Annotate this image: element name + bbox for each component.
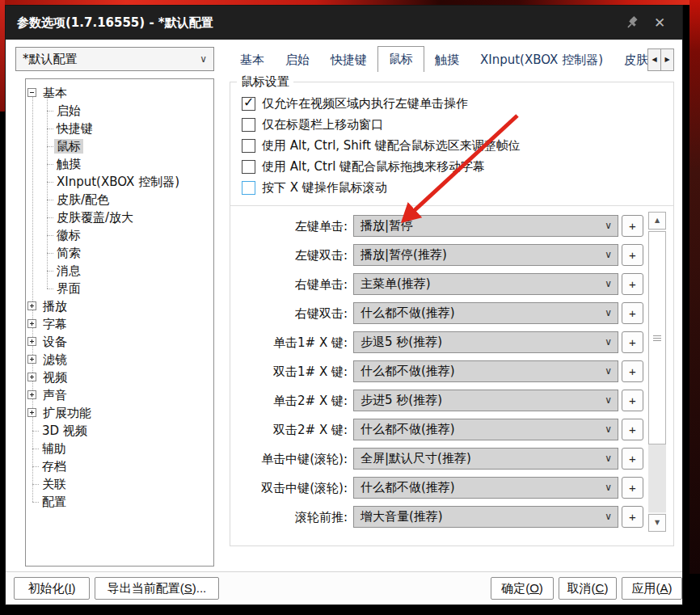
tab[interactable]: 启始 (275, 48, 320, 72)
tree-item[interactable]: 触摸 (26, 155, 213, 173)
tree-item-label: 快捷键 (54, 121, 95, 136)
export-config-button[interactable]: 导出当前配置(S)... (95, 577, 219, 600)
checkbox-row[interactable]: ✓ 仅在标题栏上移动窗口 (230, 114, 673, 135)
tree-item[interactable]: 视频 (26, 369, 213, 386)
scrollbar-track-shaded[interactable] (648, 444, 666, 512)
binding-select[interactable]: 播放|暂停(推荐) ∨ (353, 244, 618, 266)
binding-select[interactable]: 步退5 秒(推荐) ∨ (353, 331, 618, 353)
tab[interactable]: 快捷键 (320, 48, 377, 72)
background-window-red-strip-right (689, 0, 700, 574)
tab[interactable]: 触摸 (424, 48, 470, 72)
tree-item[interactable]: 界面 (26, 280, 213, 297)
tree-item[interactable]: 字幕 (26, 315, 213, 333)
binding-select[interactable]: 什么都不做(推荐) ∨ (353, 477, 618, 499)
tree-item[interactable]: 扩展功能 (26, 404, 213, 422)
ok-button[interactable]: 确定(O) (491, 577, 554, 600)
checkbox[interactable]: ✓ (242, 97, 255, 111)
add-binding-button[interactable]: + (622, 360, 643, 382)
add-binding-button[interactable]: + (622, 448, 643, 470)
add-binding-button[interactable]: + (622, 215, 643, 237)
footer-bar: 初始化(I) 导出当前配置(S)... 确定(O) 取消(C) 应用(A) (6, 571, 682, 604)
initialize-button[interactable]: 初始化(I) (14, 577, 90, 600)
profile-select-value: *默认配置 (23, 48, 78, 70)
mouse-binding-row: 单击2# X 键: 步进5 秒(推荐) ∨ + (230, 386, 673, 415)
tab[interactable]: XInput(XBOX 控制器) (470, 48, 614, 72)
scrollbar-thumb[interactable] (648, 231, 666, 444)
close-icon[interactable]: ✕ (650, 6, 669, 40)
add-binding-button[interactable]: + (622, 390, 643, 411)
tree-item[interactable]: 启始 (26, 102, 213, 120)
binding-select[interactable]: 主菜单(推荐) ∨ (353, 273, 618, 295)
tree-item[interactable]: 快捷键 (26, 120, 213, 137)
add-binding-button[interactable]: + (622, 273, 643, 295)
tree-item[interactable]: 3D 视频 (26, 422, 213, 440)
checkbox[interactable]: ✓ (242, 181, 255, 195)
binding-select[interactable]: 播放|暂停 ∨ (353, 215, 618, 237)
binding-select[interactable]: 步进5 秒(推荐) ∨ (353, 390, 618, 411)
add-binding-button[interactable]: + (622, 331, 643, 353)
tree-item[interactable]: 徽标 (26, 226, 213, 244)
binding-select[interactable]: 什么都不做(推荐) ∨ (353, 360, 618, 382)
binding-label: 左键双击: (230, 241, 348, 270)
add-binding-button[interactable]: + (622, 477, 643, 499)
add-binding-button[interactable]: + (622, 506, 643, 528)
tab-label: 皮肤/配 (624, 53, 647, 67)
tree-item-label: 界面 (54, 281, 83, 296)
binding-label: 单击1# X 键: (230, 328, 348, 357)
tree-item[interactable]: 配置 (26, 493, 213, 511)
tree-item[interactable]: XInput(XBOX 控制器) (26, 173, 213, 191)
tree-item[interactable]: 消息 (26, 262, 213, 280)
tree-item[interactable]: 滤镜 (26, 351, 213, 369)
tree-item[interactable]: 鼠标 (26, 137, 213, 155)
checkbox[interactable]: ✓ (242, 118, 255, 132)
scroll-down-icon[interactable]: ▼ (648, 514, 666, 532)
pin-icon[interactable] (626, 15, 640, 30)
tree-item[interactable]: 存档 (26, 457, 213, 475)
profile-select[interactable]: *默认配置 ∨ (15, 47, 214, 71)
tree-expander-icon[interactable] (27, 319, 36, 328)
checkbox-label: 按下 X 键操作鼠标滚动 (262, 180, 387, 196)
checkbox-row[interactable]: ✓ 按下 X 键操作鼠标滚动 (230, 177, 673, 198)
checkbox[interactable]: ✓ (242, 160, 255, 174)
chevron-down-icon: ∨ (605, 390, 612, 411)
binding-select[interactable]: 什么都不做(推荐) ∨ (353, 302, 618, 324)
tab[interactable]: 皮肤/配 (614, 48, 647, 72)
tree-item[interactable]: 播放 (26, 297, 213, 315)
tree-item[interactable]: 简索 (26, 244, 213, 262)
checkbox-row[interactable]: ✓ 使用 Alt, Ctrl, Shift 键配合鼠标选区来调整帧位 (230, 135, 673, 156)
binding-select[interactable]: 全屏|默认尺寸(推荐) ∨ (353, 448, 618, 470)
add-binding-button[interactable]: + (622, 302, 643, 324)
tree-item[interactable]: 关联 (26, 475, 213, 493)
tree-expander-icon[interactable] (27, 355, 36, 364)
tab-scroll-left-icon[interactable]: ◀ (647, 48, 661, 71)
checkbox-row[interactable]: ✓ 使用 Alt, Ctrl 键配合鼠标拖拽来移动字幕 (230, 156, 673, 177)
tree-item[interactable]: 皮肤覆盖/放大 (26, 209, 213, 226)
add-binding-button[interactable]: + (622, 244, 643, 266)
tree-expander-icon[interactable] (27, 408, 36, 417)
tree-expander-icon[interactable] (27, 337, 36, 346)
tree-items: 基本 启始 快捷键 鼠标 触摸 XInput(XBOX 控制器) 皮肤/配色 皮… (26, 84, 213, 511)
apply-button[interactable]: 应用(A) (622, 577, 682, 600)
tree-item[interactable]: 声音 (26, 386, 213, 404)
chevron-down-icon: ∨ (605, 507, 612, 527)
tree-expander-icon[interactable] (27, 373, 36, 381)
cancel-button[interactable]: 取消(C) (559, 577, 617, 600)
tab-scroll-right-icon[interactable]: ▶ (660, 48, 674, 71)
checkbox[interactable]: ✓ (242, 139, 255, 153)
add-binding-button[interactable]: + (622, 419, 643, 440)
tree-item[interactable]: 设备 (26, 333, 213, 351)
tab[interactable]: 基本 (230, 48, 275, 72)
tree-item[interactable]: 皮肤/配色 (26, 191, 213, 209)
binding-select[interactable]: 什么都不做(推荐) ∨ (353, 419, 618, 440)
checkbox-row[interactable]: ✓ 仅允许在视频区域内执行左键单击操作 (230, 93, 673, 114)
mouse-binding-row: 双击2# X 键: 什么都不做(推荐) ∨ + (230, 415, 673, 444)
tree-expander-icon[interactable] (27, 390, 36, 399)
panel-scrollbar[interactable]: ▲ ▼ (648, 212, 666, 532)
binding-select[interactable]: 增大音量(推荐) ∨ (353, 506, 618, 528)
tree-item[interactable]: 基本 (26, 84, 213, 102)
tree-expander-icon[interactable] (27, 301, 36, 310)
tree-item[interactable]: 辅助 (26, 440, 213, 457)
tab[interactable]: 鼠标 (377, 46, 424, 72)
scroll-up-icon[interactable]: ▲ (648, 212, 666, 230)
tree-expander-icon[interactable] (27, 88, 36, 97)
